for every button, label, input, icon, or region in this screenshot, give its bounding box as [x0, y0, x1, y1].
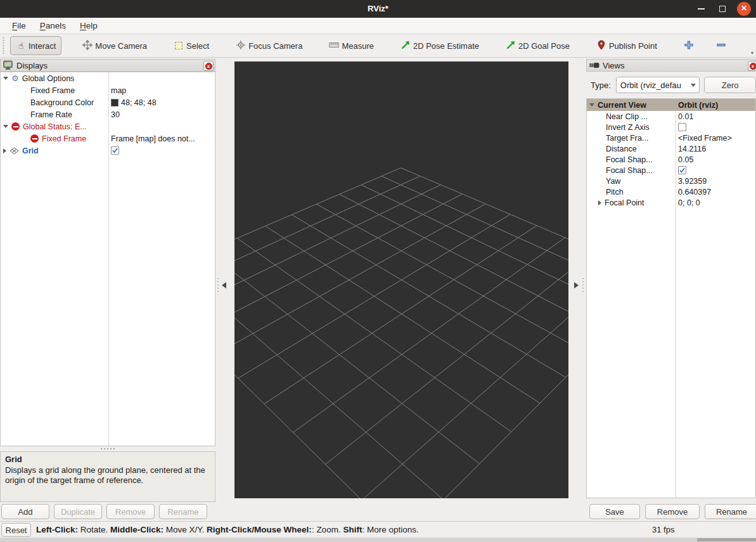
select-icon	[174, 41, 184, 51]
zero-button[interactable]: Zero	[704, 77, 756, 93]
duplicate-display-button[interactable]: Duplicate	[54, 504, 102, 519]
remove-tool-button[interactable]	[710, 35, 732, 56]
add-tool-button[interactable]	[678, 35, 700, 56]
displays-close-button[interactable]: x	[203, 61, 214, 71]
tool-label: 2D Pose Estimate	[413, 41, 479, 51]
plus-icon	[684, 40, 694, 52]
views-row-yaw[interactable]: Yaw3.92359	[587, 176, 755, 186]
pin-icon	[596, 40, 606, 52]
type-label: Type:	[591, 81, 611, 90]
views-row-focal-point[interactable]: Focal Point0; 0; 0	[587, 197, 755, 208]
expander-closed-icon[interactable]	[598, 200, 601, 205]
displays-row-frame-rate[interactable]: Frame Rate30	[1, 108, 215, 120]
minimize-button[interactable]	[690, 0, 712, 18]
close-button[interactable]: ✕	[733, 0, 755, 18]
reset-button[interactable]: Reset	[1, 523, 31, 537]
checkbox-checked[interactable]	[678, 166, 686, 174]
gear-icon: ⚙	[11, 74, 19, 82]
row-label: Current View	[598, 101, 646, 110]
views-panel-header[interactable]: Views x	[586, 59, 756, 72]
displays-row-fixed-frame[interactable]: Fixed Framemap	[1, 84, 215, 96]
row-value: 0; 0; 0	[678, 198, 700, 207]
views-row-distance[interactable]: Distance14.2116	[587, 143, 755, 154]
views-camera-icon	[589, 60, 599, 70]
ground-grid	[234, 61, 568, 498]
tool-focus-camera[interactable]: Focus Camera	[230, 35, 308, 56]
expander-open-icon[interactable]	[3, 125, 8, 128]
left-splitter-dots[interactable]	[217, 277, 219, 294]
save-view-button[interactable]: Save	[589, 504, 640, 519]
remove-view-button[interactable]: Remove	[645, 504, 700, 519]
main-area: Displays x ⚙Global OptionsFixed Framemap…	[0, 58, 756, 521]
tool-label: Select	[186, 41, 209, 51]
color-swatch[interactable]	[111, 99, 119, 106]
views-row-focal-shap-[interactable]: Focal Shap...	[587, 165, 755, 176]
collapse-right-arrow[interactable]	[574, 282, 579, 288]
rename-view-button[interactable]: Rename	[705, 504, 756, 519]
rviz-window: RViz* ✕ FilePanelsHelp ☝InteractMove Cam…	[0, 0, 756, 542]
row-label: Global Status: E...	[23, 122, 87, 131]
views-row-focal-shap-[interactable]: Focal Shap...0.05	[587, 154, 755, 165]
views-row-target-fra-[interactable]: Target Fra...<Fixed Frame>	[587, 132, 755, 143]
views-row-near-clip-[interactable]: Near Clip ...0.01	[587, 111, 755, 122]
tool-move-camera[interactable]: Move Camera	[77, 35, 153, 56]
row-label: Invert Z Axis	[606, 123, 650, 132]
menu-file[interactable]: File	[5, 19, 33, 32]
checkbox-checked[interactable]	[111, 146, 119, 155]
collapse-left-arrow[interactable]	[222, 282, 226, 288]
displays-row-fixed-frame[interactable]: Fixed FrameFrame [map] does not...	[1, 132, 215, 145]
remove-display-button[interactable]: Remove	[106, 504, 155, 519]
row-value: 0.640397	[678, 188, 711, 197]
views-buttons: SaveRemoveRename	[589, 504, 756, 519]
views-row-pitch[interactable]: Pitch0.640397	[587, 186, 755, 197]
bottom-scrollbar-handle[interactable]	[697, 538, 756, 541]
displays-row-global-status-e-[interactable]: Global Status: E...	[1, 120, 215, 132]
3d-viewport[interactable]	[234, 61, 568, 498]
tool-2d-goal-pose[interactable]: 2D Goal Pose	[500, 35, 575, 56]
menu-help[interactable]: Help	[73, 19, 105, 32]
menu-panels[interactable]: Panels	[33, 19, 73, 32]
views-close-button[interactable]: x	[748, 61, 756, 71]
tool-label: 2D Goal Pose	[518, 41, 570, 51]
tool-publish-point[interactable]: Publish Point	[591, 35, 663, 56]
expander-closed-icon[interactable]	[3, 148, 6, 153]
displays-row-background-color[interactable]: Background Color48; 48; 48	[1, 96, 215, 108]
rename-display-button[interactable]: Rename	[159, 504, 207, 519]
row-value: 0.01	[678, 112, 693, 121]
row-label: Focal Shap...	[606, 166, 653, 175]
tool-select[interactable]: Select	[168, 36, 215, 56]
views-row-invert-z-axis[interactable]: Invert Z Axis	[587, 122, 755, 132]
row-label: Fixed Frame	[42, 134, 86, 143]
close-icon: ✕	[737, 2, 751, 16]
checkbox[interactable]	[678, 123, 686, 131]
tool-measure[interactable]: Measure	[323, 35, 380, 56]
bottom-scrollbar[interactable]	[0, 538, 756, 542]
row-label: Distance	[606, 145, 637, 153]
tool-interact[interactable]: ☝Interact	[10, 36, 61, 55]
hand-icon: ☝	[16, 41, 26, 51]
maximize-button[interactable]	[712, 0, 733, 18]
tool-label: Measure	[342, 41, 374, 51]
views-close-icon: x	[750, 63, 756, 70]
row-label: Target Fra...	[606, 134, 648, 143]
displays-panel-title: Displays	[16, 61, 48, 70]
row-value: 14.2116	[678, 145, 706, 153]
displays-splitter[interactable]	[0, 446, 215, 451]
window-title: RViz*	[0, 0, 756, 18]
expander-open-icon[interactable]	[3, 77, 8, 80]
row-value: 48; 48; 48	[121, 98, 157, 107]
error-icon	[11, 122, 20, 131]
views-row-current-view[interactable]: Current ViewOrbit (rviz)	[587, 99, 755, 111]
right-splitter-dots[interactable]	[582, 277, 584, 294]
displays-row-global-options[interactable]: ⚙Global Options	[1, 72, 215, 84]
row-label: Background Color	[30, 98, 94, 107]
add-display-button[interactable]: Add	[1, 504, 49, 519]
tool-2d-pose-estimate[interactable]: 2D Pose Estimate	[395, 35, 485, 56]
expander-open-icon[interactable]	[589, 103, 594, 106]
displays-row-grid[interactable]: Grid	[1, 145, 215, 157]
toolbar-drag-handle[interactable]	[2, 37, 5, 54]
description-text: Displays a grid along the ground plane, …	[5, 465, 205, 486]
view-type-dropdown[interactable]: Orbit (rviz_defau	[616, 77, 700, 93]
toolbar-overflow-icon[interactable]: ▾	[751, 50, 753, 56]
displays-panel-header[interactable]: Displays x	[0, 59, 215, 72]
